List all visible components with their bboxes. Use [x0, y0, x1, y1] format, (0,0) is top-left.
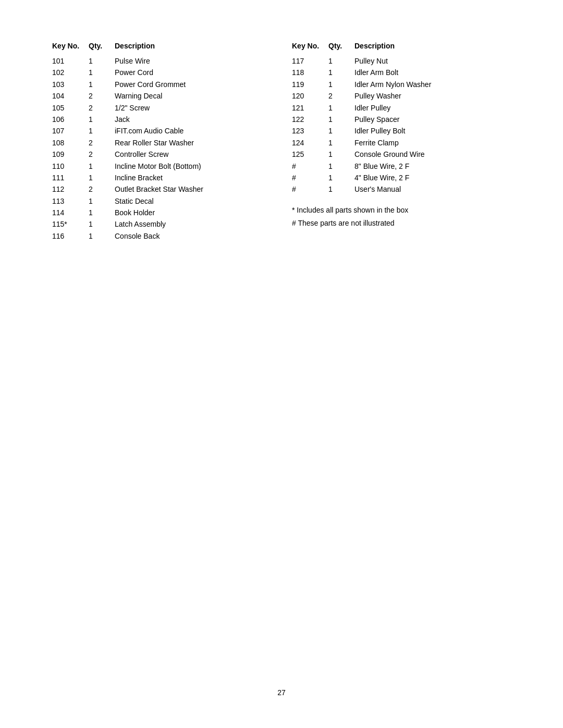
- desc-cell: Pulley Spacer: [354, 114, 511, 125]
- desc-cell: Console Ground Wire: [354, 149, 511, 160]
- key-cell: 108: [52, 137, 89, 149]
- desc-cell: Static Decal: [115, 195, 271, 207]
- desc-cell: Pulse Wire: [115, 55, 271, 67]
- table-row: 108 2 Rear Roller Star Washer: [52, 137, 271, 149]
- parts-table-wrapper: Key No. Qty. Description 101 1 Pulse Wir…: [52, 42, 511, 242]
- table-row: 124 1 Ferrite Clamp: [292, 137, 511, 149]
- desc-cell: 4" Blue Wire, 2 F: [354, 172, 511, 183]
- key-cell: 122: [292, 114, 328, 125]
- key-cell: 123: [292, 125, 328, 137]
- key-cell: 125: [292, 149, 328, 160]
- qty-cell: 2: [89, 102, 115, 114]
- table-row: 101 1 Pulse Wire: [52, 55, 271, 67]
- desc-cell: Jack: [115, 114, 271, 125]
- right-parts-column: Key No. Qty. Description 117 1 Pulley Nu…: [292, 42, 511, 242]
- left-header-qty: Qty.: [89, 42, 115, 50]
- left-table-header: Key No. Qty. Description: [52, 42, 271, 50]
- table-row: 116 1 Console Back: [52, 230, 271, 242]
- key-cell: 104: [52, 90, 89, 102]
- desc-cell: Console Back: [115, 230, 271, 242]
- right-table-rows: 117 1 Pulley Nut 118 1 Idler Arm Bolt 11…: [292, 55, 511, 195]
- table-row: 115* 1 Latch Assembly: [52, 218, 271, 230]
- qty-cell: 1: [328, 114, 354, 125]
- desc-cell: Idler Arm Nylon Washer: [354, 79, 511, 90]
- table-row: # 1 User's Manual: [292, 183, 511, 195]
- qty-cell: 2: [89, 90, 115, 102]
- table-row: 113 1 Static Decal: [52, 195, 271, 207]
- left-table-rows: 101 1 Pulse Wire 102 1 Power Cord 103 1 …: [52, 55, 271, 242]
- key-cell: 112: [52, 183, 89, 195]
- footnote-item: # These parts are not illustrated: [292, 217, 511, 230]
- desc-cell: Latch Assembly: [115, 218, 271, 230]
- qty-cell: 1: [328, 183, 354, 195]
- table-row: # 1 4" Blue Wire, 2 F: [292, 172, 511, 183]
- qty-cell: 1: [328, 161, 354, 172]
- qty-cell: 1: [89, 161, 115, 172]
- qty-cell: 1: [328, 125, 354, 137]
- desc-cell: Book Holder: [115, 207, 271, 218]
- table-row: 104 2 Warning Decal: [52, 90, 271, 102]
- table-row: 114 1 Book Holder: [52, 207, 271, 218]
- table-row: 117 1 Pulley Nut: [292, 55, 511, 67]
- desc-cell: Ferrite Clamp: [354, 137, 511, 149]
- qty-cell: 1: [89, 125, 115, 137]
- key-cell: 111: [52, 172, 89, 183]
- table-row: 122 1 Pulley Spacer: [292, 114, 511, 125]
- qty-cell: 1: [328, 79, 354, 90]
- table-row: 103 1 Power Cord Grommet: [52, 79, 271, 90]
- qty-cell: 1: [328, 149, 354, 160]
- page-number: 27: [277, 688, 286, 697]
- table-row: 123 1 Idler Pulley Bolt: [292, 125, 511, 137]
- desc-cell: Outlet Bracket Star Washer: [115, 183, 271, 195]
- table-row: 105 2 1/2" Screw: [52, 102, 271, 114]
- key-cell: 117: [292, 55, 328, 67]
- key-cell: 113: [52, 195, 89, 207]
- qty-cell: 1: [89, 172, 115, 183]
- key-cell: 110: [52, 161, 89, 172]
- key-cell: 109: [52, 149, 89, 160]
- desc-cell: Idler Pulley Bolt: [354, 125, 511, 137]
- table-row: 107 1 iFIT.com Audio Cable: [52, 125, 271, 137]
- qty-cell: 2: [328, 90, 354, 102]
- key-cell: 121: [292, 102, 328, 114]
- table-row: 118 1 Idler Arm Bolt: [292, 67, 511, 78]
- left-parts-column: Key No. Qty. Description 101 1 Pulse Wir…: [52, 42, 271, 242]
- table-row: 112 2 Outlet Bracket Star Washer: [52, 183, 271, 195]
- key-cell: #: [292, 183, 328, 195]
- table-row: 109 2 Controller Screw: [52, 149, 271, 160]
- qty-cell: 1: [328, 67, 354, 78]
- desc-cell: 1/2" Screw: [115, 102, 271, 114]
- desc-cell: Incline Bracket: [115, 172, 271, 183]
- table-row: 110 1 Incline Motor Bolt (Bottom): [52, 161, 271, 172]
- key-cell: 105: [52, 102, 89, 114]
- desc-cell: iFIT.com Audio Cable: [115, 125, 271, 137]
- qty-cell: 1: [89, 230, 115, 242]
- qty-cell: 2: [89, 183, 115, 195]
- qty-cell: 2: [89, 149, 115, 160]
- qty-cell: 1: [89, 207, 115, 218]
- desc-cell: Power Cord: [115, 67, 271, 78]
- left-header-keyno: Key No.: [52, 42, 89, 50]
- footnote-item: * Includes all parts shown in the box: [292, 204, 511, 217]
- key-cell: 101: [52, 55, 89, 67]
- desc-cell: Pulley Washer: [354, 90, 511, 102]
- right-header-keyno: Key No.: [292, 42, 328, 50]
- key-cell: 116: [52, 230, 89, 242]
- qty-cell: 1: [89, 67, 115, 78]
- desc-cell: User's Manual: [354, 183, 511, 195]
- desc-cell: Rear Roller Star Washer: [115, 137, 271, 149]
- table-row: 102 1 Power Cord: [52, 67, 271, 78]
- table-row: # 1 8" Blue Wire, 2 F: [292, 161, 511, 172]
- desc-cell: Warning Decal: [115, 90, 271, 102]
- qty-cell: 1: [89, 55, 115, 67]
- table-row: 125 1 Console Ground Wire: [292, 149, 511, 160]
- right-header-qty: Qty.: [328, 42, 354, 50]
- key-cell: 114: [52, 207, 89, 218]
- page-container: Key No. Qty. Description 101 1 Pulse Wir…: [0, 0, 563, 728]
- desc-cell: Incline Motor Bolt (Bottom): [115, 161, 271, 172]
- key-cell: 102: [52, 67, 89, 78]
- key-cell: 124: [292, 137, 328, 149]
- key-cell: #: [292, 172, 328, 183]
- qty-cell: 1: [89, 79, 115, 90]
- desc-cell: Controller Screw: [115, 149, 271, 160]
